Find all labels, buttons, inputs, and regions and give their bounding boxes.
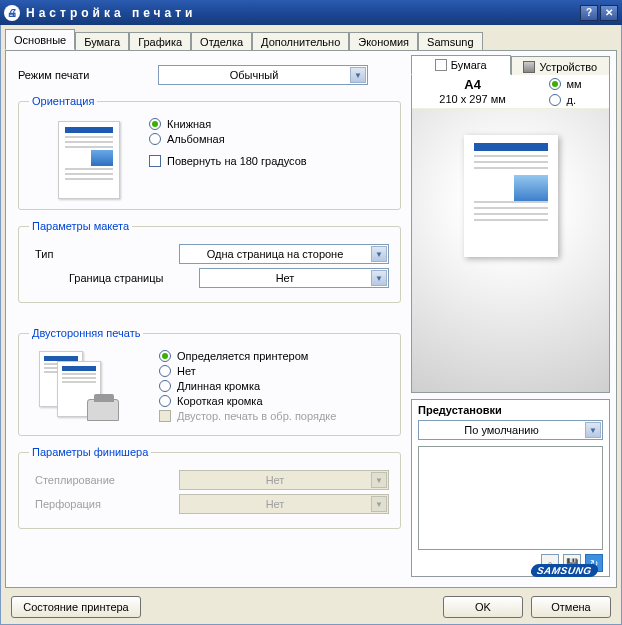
- print-mode-label: Режим печати: [18, 69, 158, 81]
- tab-eco[interactable]: Экономия: [349, 32, 418, 51]
- paper-icon: [435, 59, 447, 71]
- orientation-landscape[interactable]: Альбомная: [149, 133, 307, 145]
- duplex-long-edge[interactable]: Длинная кромка: [159, 380, 336, 392]
- radio-icon: [149, 133, 161, 145]
- layout-type-select[interactable]: Одна страница на стороне ▼: [179, 244, 389, 264]
- right-tab-paper[interactable]: Бумага: [411, 55, 511, 75]
- chevron-down-icon: ▼: [371, 246, 387, 262]
- checkbox-icon: [149, 155, 161, 167]
- punch-value: Нет: [180, 498, 370, 510]
- app-icon: 🖨: [4, 5, 20, 21]
- main-tabs: Основные Бумага Графика Отделка Дополнит…: [5, 29, 617, 50]
- tab-samsung[interactable]: Samsung: [418, 32, 482, 51]
- presets-panel: Предустановки По умолчанию ▼ ▫ 💾 ↻: [411, 399, 610, 577]
- staple-select: Нет ▼: [179, 470, 389, 490]
- print-mode-select[interactable]: Обычный ▼: [158, 65, 368, 85]
- punch-select: Нет ▼: [179, 494, 389, 514]
- duplex-preview: [39, 351, 119, 421]
- orientation-portrait[interactable]: Книжная: [149, 118, 307, 130]
- layout-type-value: Одна страница на стороне: [180, 248, 370, 260]
- finisher-group: Параметры финишера Степлирование Нет ▼ П…: [18, 446, 401, 529]
- layout-type-label: Тип: [29, 248, 179, 260]
- orientation-legend: Ориентация: [29, 95, 97, 107]
- tab-graphics[interactable]: Графика: [129, 32, 191, 51]
- cancel-button[interactable]: Отмена: [531, 596, 611, 618]
- presets-select[interactable]: По умолчанию ▼: [418, 420, 603, 440]
- finisher-legend: Параметры финишера: [29, 446, 151, 458]
- help-button[interactable]: ?: [580, 5, 598, 21]
- unit-mm[interactable]: мм: [549, 76, 582, 92]
- radio-icon: [549, 78, 561, 90]
- orientation-rotate180[interactable]: Повернуть на 180 градусов: [149, 155, 307, 167]
- tab-paper[interactable]: Бумага: [75, 32, 129, 51]
- unit-inch[interactable]: д.: [549, 92, 582, 108]
- radio-icon: [149, 118, 161, 130]
- layout-border-select[interactable]: Нет ▼: [199, 268, 389, 288]
- ok-button[interactable]: OK: [443, 596, 523, 618]
- radio-icon: [159, 365, 171, 377]
- presets-value: По умолчанию: [419, 424, 584, 436]
- layout-group: Параметры макета Тип Одна страница на ст…: [18, 220, 401, 303]
- orientation-group: Ориентация Книжная: [18, 95, 401, 210]
- paper-info-panel: A4 210 x 297 мм мм д.: [411, 75, 610, 393]
- checkbox-icon: [159, 410, 171, 422]
- tab-finishing[interactable]: Отделка: [191, 32, 252, 51]
- radio-icon: [159, 395, 171, 407]
- orientation-preview: [58, 121, 120, 199]
- presets-title: Предустановки: [418, 404, 603, 416]
- duplex-reverse: Двустор. печать в обр. порядке: [159, 410, 336, 422]
- layout-legend: Параметры макета: [29, 220, 132, 232]
- tab-advanced[interactable]: Дополнительно: [252, 32, 349, 51]
- duplex-legend: Двусторонняя печать: [29, 327, 143, 339]
- title-bar: 🖨 Настройка печати ? ✕: [0, 0, 622, 25]
- right-tabs: Бумага Устройство: [411, 55, 610, 75]
- right-tab-device[interactable]: Устройство: [511, 56, 611, 76]
- paper-size: A4: [439, 78, 506, 92]
- paper-dims: 210 x 297 мм: [439, 92, 506, 106]
- chevron-down-icon: ▼: [350, 67, 366, 83]
- dialog-footer: Состояние принтера OK Отмена: [5, 590, 617, 618]
- duplex-group: Двусторонняя печать Определяется принтер…: [18, 327, 401, 436]
- printer-status-button[interactable]: Состояние принтера: [11, 596, 141, 618]
- chevron-down-icon: ▼: [585, 422, 601, 438]
- presets-list[interactable]: [418, 446, 603, 550]
- duplex-short-edge[interactable]: Короткая кромка: [159, 395, 336, 407]
- tab-basic[interactable]: Основные: [5, 29, 75, 50]
- device-icon: [523, 61, 535, 73]
- paper-preview: [464, 135, 558, 257]
- duplex-auto[interactable]: Определяется принтером: [159, 350, 336, 362]
- radio-icon: [159, 350, 171, 362]
- window-title: Настройка печати: [26, 6, 196, 20]
- chevron-down-icon: ▼: [371, 270, 387, 286]
- close-button[interactable]: ✕: [600, 5, 618, 21]
- radio-icon: [549, 94, 561, 106]
- chevron-down-icon: ▼: [371, 496, 387, 512]
- layout-border-label: Граница страницы: [29, 272, 199, 284]
- layout-border-value: Нет: [200, 272, 370, 284]
- radio-icon: [159, 380, 171, 392]
- duplex-none[interactable]: Нет: [159, 365, 336, 377]
- paper-size-block: A4 210 x 297 мм: [439, 78, 506, 106]
- punch-label: Перфорация: [29, 498, 179, 510]
- chevron-down-icon: ▼: [371, 472, 387, 488]
- staple-value: Нет: [180, 474, 370, 486]
- print-mode-value: Обычный: [159, 69, 349, 81]
- staple-label: Степлирование: [29, 474, 179, 486]
